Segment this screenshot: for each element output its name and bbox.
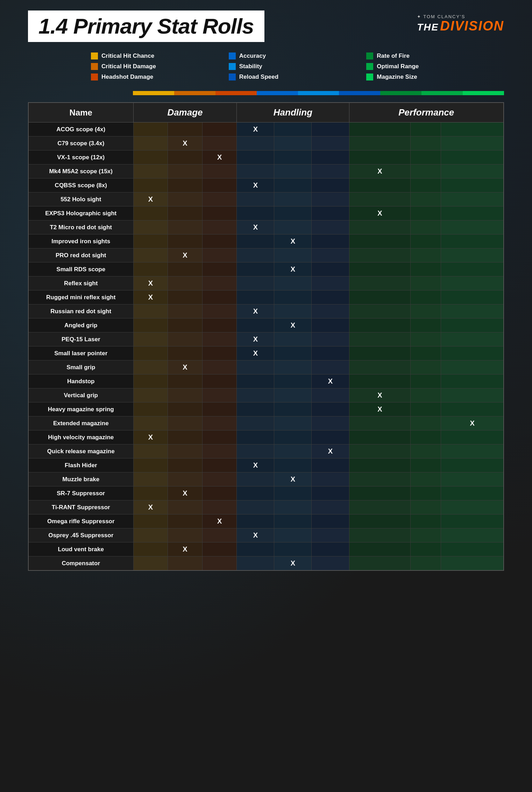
cell-name: Osprey .45 Suppressor [28, 528, 133, 542]
table-row: Loud vent brakeX [28, 542, 504, 556]
cell-rls [312, 220, 349, 234]
cell-chc [133, 234, 168, 248]
cell-chd [168, 290, 203, 304]
cell-name: Small grip [28, 360, 133, 374]
cell-acc [237, 276, 274, 290]
cell-rls [312, 276, 349, 290]
cell-chc [133, 472, 168, 486]
cell-rof [349, 178, 411, 192]
x-mark: X [253, 461, 258, 469]
cell-hsd [202, 486, 237, 500]
cell-hsd [202, 304, 237, 318]
cell-name: EXPS3 Holographic sight [28, 206, 133, 220]
table-row: VX-1 scope (12x)X [28, 150, 504, 164]
cell-acc [237, 248, 274, 262]
cell-rof [349, 262, 411, 276]
cell-chd [168, 500, 203, 514]
cell-stb [274, 206, 312, 220]
legend-hsd: Headshot Damage [91, 73, 229, 80]
table-row: Heavy magazine springX [28, 402, 504, 416]
table-row: Russian red dot sightX [28, 304, 504, 318]
cell-hsd [202, 458, 237, 472]
cell-chd [168, 220, 203, 234]
cell-acc [237, 444, 274, 458]
cell-hsd [202, 332, 237, 346]
cell-acc: X [237, 178, 274, 192]
chc-swatch [91, 52, 98, 59]
legend-chd: Critical Hit Damage [91, 63, 229, 70]
person-icon: ✦ [417, 14, 421, 19]
x-mark: X [377, 391, 382, 399]
cell-mgs [441, 192, 504, 206]
cell-name: Heavy magazine spring [28, 402, 133, 416]
color-seg-chc [133, 91, 174, 95]
cell-rls [312, 430, 349, 444]
cell-stb: X [274, 234, 312, 248]
cell-chc: X [133, 192, 168, 206]
cell-name: Russian red dot sight [28, 304, 133, 318]
cell-mgs [441, 332, 504, 346]
table-row: Muzzle brakeX [28, 472, 504, 486]
cell-name: Omega rifle Suppressor [28, 514, 133, 528]
cell-rof [349, 318, 411, 332]
table-body: ACOG scope (4x)XC79 scope (3.4x)XVX-1 sc… [28, 122, 504, 571]
cell-rls [312, 360, 349, 374]
cell-name: Reflex sight [28, 276, 133, 290]
legend-col-2: Accuracy Stability Reload Speed [229, 52, 367, 80]
cell-rof [349, 332, 411, 346]
cell-opr [411, 514, 441, 528]
cell-stb [274, 164, 312, 178]
cell-name: Vertical grip [28, 388, 133, 402]
cell-name: Mk4 M5A2 scope (15x) [28, 164, 133, 178]
color-seg-rls [339, 91, 380, 95]
title-box: 1.4 Primary Stat Rolls [28, 10, 264, 42]
cell-rof [349, 136, 411, 150]
cell-rls [312, 262, 349, 276]
cell-chc: X [133, 500, 168, 514]
cell-chd [168, 206, 203, 220]
cell-hsd: X [202, 514, 237, 528]
table-row: CQBSS scope (8x)X [28, 178, 504, 192]
x-mark: X [253, 307, 258, 315]
cell-opr [411, 542, 441, 556]
cell-opr [411, 290, 441, 304]
table-row: Mk4 M5A2 scope (15x)X [28, 164, 504, 178]
cell-name: C79 scope (3.4x) [28, 136, 133, 150]
cell-rls: X [312, 374, 349, 388]
cell-chc [133, 486, 168, 500]
cell-acc [237, 192, 274, 206]
cell-chc [133, 542, 168, 556]
cell-stb [274, 332, 312, 346]
rof-label: Rate of Fire [377, 52, 410, 59]
cell-mgs [441, 206, 504, 220]
cell-name: Compensator [28, 556, 133, 571]
cell-rls [312, 416, 349, 430]
stat-rolls-table: Name Damage Handling Performance ACOG sc… [28, 102, 504, 571]
cell-chc [133, 374, 168, 388]
th-handling: Handling [237, 103, 349, 122]
cell-stb [274, 388, 312, 402]
cell-opr [411, 192, 441, 206]
main-table-section: Name Damage Handling Performance ACOG sc… [28, 102, 504, 571]
cell-rls [312, 486, 349, 500]
cell-chc: X [133, 276, 168, 290]
cell-opr [411, 122, 441, 136]
table-row: Reflex sightX [28, 276, 504, 290]
cell-acc: X [237, 528, 274, 542]
cell-stb: X [274, 556, 312, 571]
x-mark: X [291, 265, 295, 273]
cell-chc [133, 416, 168, 430]
cell-name: High velocity magazine [28, 430, 133, 444]
hsd-label: Headshot Damage [101, 73, 153, 80]
cell-rls [312, 472, 349, 486]
th-damage: Damage [133, 103, 237, 122]
x-mark: X [291, 321, 295, 329]
legend-mgs: Magazine Size [366, 73, 504, 80]
x-mark: X [148, 503, 153, 511]
cell-rls [312, 290, 349, 304]
cell-rof [349, 276, 411, 290]
x-mark: X [253, 223, 258, 231]
cell-chc [133, 206, 168, 220]
acc-swatch [229, 52, 236, 59]
cell-name: ACOG scope (4x) [28, 122, 133, 136]
